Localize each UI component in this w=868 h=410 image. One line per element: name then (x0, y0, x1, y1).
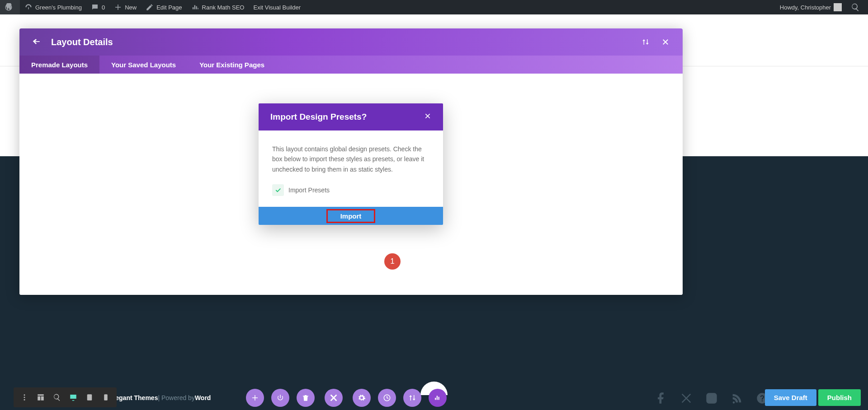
add-section-button[interactable] (246, 389, 264, 407)
panel-tabs: Premade Layouts Your Saved Layouts Your … (19, 56, 683, 74)
svg-rect-7 (104, 394, 108, 401)
settings-button[interactable] (353, 389, 371, 407)
up-down-arrows-icon (408, 394, 416, 402)
site-name-text: Green's Plumbing (35, 4, 82, 11)
import-button[interactable]: Import (259, 207, 443, 225)
wp-logo[interactable] (0, 0, 20, 14)
power-icon (276, 394, 284, 402)
wp-admin-bar: Green's Plumbing 0 New Edit Page Rank Ma… (0, 0, 868, 14)
publish-button[interactable]: Publish (818, 389, 861, 406)
tablet-icon (85, 393, 94, 401)
plus-icon (114, 3, 122, 11)
check-icon (274, 186, 282, 194)
view-toolbar (14, 387, 117, 407)
desktop-view-button[interactable] (65, 389, 81, 405)
import-presets-checkbox[interactable] (272, 184, 284, 196)
history-button[interactable] (378, 389, 396, 407)
import-presets-dialog: Import Design Presets? This layout conta… (259, 103, 443, 225)
rank-math-link[interactable]: Rank Math SEO (187, 0, 249, 14)
comments-count: 0 (102, 4, 105, 11)
svg-point-5 (24, 399, 25, 401)
comment-icon (91, 3, 99, 11)
seo-button[interactable] (429, 389, 447, 407)
avatar (834, 3, 842, 11)
dialog-title: Import Design Presets? (270, 112, 367, 122)
phone-view-button[interactable] (98, 389, 114, 405)
edit-page-link[interactable]: Edit Page (141, 0, 186, 14)
import-presets-label: Import Presets (288, 186, 330, 194)
close-panel-button[interactable] (659, 36, 672, 48)
tablet-view-button[interactable] (81, 389, 98, 405)
close-icon (661, 38, 670, 46)
tab-saved-layouts[interactable]: Your Saved Layouts (99, 56, 188, 74)
tab-premade-layouts[interactable]: Premade Layouts (19, 56, 99, 74)
magnify-icon (53, 393, 61, 401)
back-button[interactable] (30, 36, 43, 48)
howdy-link[interactable]: Howdy, Christopher (775, 0, 846, 14)
chart-icon (434, 394, 442, 402)
portability-button[interactable] (403, 389, 421, 407)
exit-vb-label: Exit Visual Builder (253, 4, 301, 11)
pencil-icon (146, 3, 154, 11)
builder-bottom-bar: Save Draft Publish (0, 385, 868, 410)
clear-layout-button[interactable] (297, 389, 315, 407)
dialog-description: This layout contains global design prese… (272, 144, 429, 174)
edit-page-label: Edit Page (156, 4, 182, 11)
comments-link[interactable]: 0 (86, 0, 109, 14)
dashboard-icon (24, 3, 33, 11)
new-label: New (125, 4, 137, 11)
more-options-button[interactable] (16, 389, 33, 405)
wireframe-view-button[interactable] (33, 389, 49, 405)
import-button-highlight: Import (326, 209, 376, 223)
wordpress-icon (5, 3, 13, 11)
howdy-text: Howdy, Christopher (780, 4, 831, 11)
back-arrow-icon (32, 37, 41, 47)
search-icon (851, 3, 860, 12)
desktop-icon (69, 393, 77, 401)
tab-existing-pages[interactable]: Your Existing Pages (188, 56, 276, 74)
gear-icon (358, 394, 366, 402)
page-settings-button[interactable] (271, 389, 289, 407)
panel-title: Layout Details (51, 37, 113, 47)
layout-icon (37, 393, 45, 401)
admin-search[interactable] (846, 0, 864, 14)
close-icon (424, 112, 431, 120)
dots-vertical-icon (20, 393, 28, 401)
plus-icon (251, 394, 259, 402)
clock-icon (383, 394, 391, 402)
close-builder-button[interactable] (325, 389, 343, 407)
new-link[interactable]: New (109, 0, 141, 14)
zoom-button[interactable] (49, 389, 65, 405)
svg-point-4 (24, 397, 25, 398)
dialog-header: Import Design Presets? (259, 103, 443, 130)
annotation-marker-1: 1 (384, 253, 401, 270)
site-name-link[interactable]: Green's Plumbing (20, 0, 86, 14)
rank-math-label: Rank Math SEO (202, 4, 245, 11)
import-export-button[interactable] (639, 36, 652, 48)
close-icon (329, 393, 339, 403)
svg-rect-6 (87, 394, 92, 401)
trash-icon (302, 394, 310, 402)
chart-icon (191, 3, 199, 11)
panel-header: Layout Details (19, 28, 683, 56)
exit-vb-link[interactable]: Exit Visual Builder (249, 0, 305, 14)
svg-point-3 (24, 394, 25, 396)
phone-icon (102, 393, 110, 401)
import-button-label: Import (340, 212, 362, 220)
save-draft-button[interactable]: Save Draft (765, 389, 816, 406)
layout-details-panel: Layout Details Premade Layouts Your Save… (19, 28, 683, 295)
dialog-close-button[interactable] (424, 112, 431, 121)
up-down-arrows-icon (642, 38, 650, 46)
